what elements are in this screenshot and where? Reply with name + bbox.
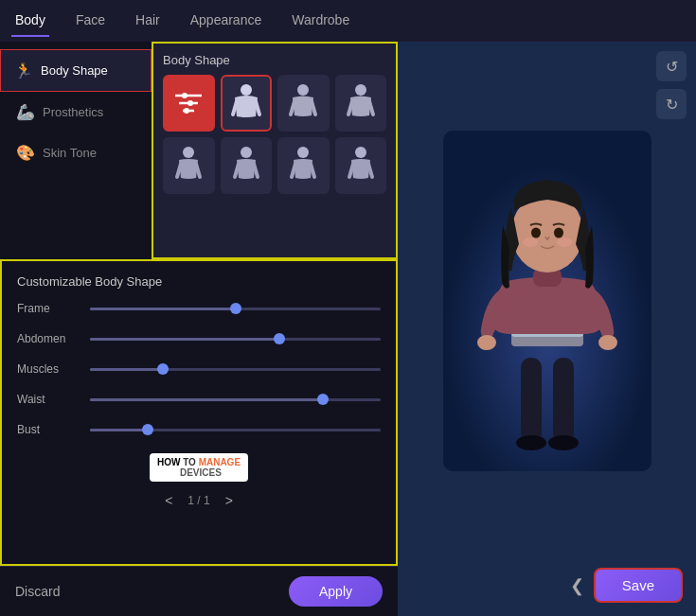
svg-point-9: [297, 84, 309, 96]
tab-wardrobe[interactable]: Wardrobe: [288, 5, 353, 37]
watermark-box: HOW TO MANAGE DEVICES: [150, 453, 248, 482]
character-svg: [443, 131, 651, 471]
app-container: Body Face Hair Appearance Wardrobe 🏃 Bod…: [0, 0, 696, 616]
shape-filter-btn[interactable]: [163, 75, 215, 132]
svg-point-18: [241, 147, 252, 158]
sidebar-item-body-shape[interactable]: 🏃 Body Shape: [0, 49, 152, 92]
svg-line-10: [291, 101, 294, 114]
watermark: HOW TO MANAGE DEVICES: [17, 453, 381, 482]
tab-body[interactable]: Body: [11, 5, 49, 37]
svg-line-17: [196, 164, 200, 177]
slider-label-bust: Bust: [17, 423, 79, 436]
left-panel: 🏃 Body Shape 🦾 Prosthetics 🎨 Skin Tone B…: [0, 42, 398, 616]
svg-line-13: [348, 101, 352, 114]
body-shape-5-icon: [171, 145, 205, 186]
shape-item-6[interactable]: [221, 137, 273, 194]
slider-row-frame: Frame: [17, 302, 381, 315]
svg-point-35: [598, 335, 617, 350]
shape-item-8[interactable]: [335, 137, 387, 194]
sidebar: 🏃 Body Shape 🦾 Prosthetics 🎨 Skin Tone: [0, 42, 152, 259]
svg-line-19: [235, 164, 239, 177]
top-navigation: Body Face Hair Appearance Wardrobe: [0, 0, 696, 42]
shape-item-3[interactable]: [277, 75, 330, 132]
svg-point-5: [184, 108, 189, 114]
watermark-manage: MANAGE: [199, 457, 241, 467]
body-shape-icon: 🏃: [14, 62, 33, 79]
shape-item-4[interactable]: [335, 75, 387, 132]
body-shape-2-icon: [229, 82, 263, 124]
svg-line-20: [254, 164, 258, 177]
slider-row-bust: Bust: [17, 423, 381, 436]
slider-track-abdomen[interactable]: [90, 338, 381, 341]
slider-row-muscles: Muscles: [17, 362, 381, 376]
svg-point-31: [548, 435, 579, 450]
shape-item-2[interactable]: [221, 75, 273, 132]
slider-label-muscles: Muscles: [17, 362, 79, 376]
right-panel: ↺ ↻: [398, 42, 696, 616]
body-shape-7-icon: [286, 145, 320, 186]
sidebar-item-body-shape-label: Body Shape: [41, 63, 108, 78]
pagination: < 1 / 1 >: [17, 487, 381, 514]
sidebar-item-prosthetics[interactable]: 🦾 Prosthetics: [0, 92, 152, 132]
svg-line-26: [368, 164, 372, 177]
svg-point-12: [355, 84, 366, 96]
svg-point-4: [187, 100, 193, 106]
customize-title: Customizable Body Shape: [17, 274, 381, 289]
svg-point-41: [523, 238, 538, 247]
svg-point-42: [557, 238, 572, 247]
bottom-bar: Discard Apply: [0, 566, 398, 616]
svg-point-3: [182, 93, 187, 98]
slider-label-waist: Waist: [17, 393, 79, 406]
svg-point-15: [183, 147, 194, 158]
body-shape-4-icon: [344, 82, 378, 124]
sidebar-item-prosthetics-label: Prosthetics: [43, 105, 103, 119]
content-area: 🏃 Body Shape 🦾 Prosthetics 🎨 Skin Tone B…: [0, 42, 696, 616]
slider-track-frame[interactable]: [90, 308, 381, 310]
slider-track-waist[interactable]: [90, 398, 381, 401]
svg-rect-29: [553, 358, 574, 443]
slider-row-abdomen: Abdomen: [17, 332, 381, 345]
svg-point-30: [516, 435, 546, 450]
skin-tone-icon: 🎨: [16, 144, 35, 162]
tab-face[interactable]: Face: [72, 5, 109, 37]
discard-button[interactable]: Discard: [15, 584, 60, 599]
slider-label-abdomen: Abdomen: [17, 332, 79, 345]
body-shape-8-icon: [344, 145, 378, 186]
svg-line-14: [369, 101, 373, 114]
tab-appearance[interactable]: Appearance: [187, 5, 266, 37]
prosthetics-icon: 🦾: [16, 103, 35, 121]
shape-item-5[interactable]: [163, 137, 215, 194]
svg-point-24: [355, 147, 366, 158]
expand-icon[interactable]: ❮: [570, 575, 584, 596]
svg-line-8: [256, 101, 259, 114]
svg-line-23: [311, 164, 314, 177]
svg-point-40: [554, 228, 563, 238]
shape-item-7[interactable]: [277, 137, 330, 194]
body-shape-panel: Body Shape: [152, 42, 398, 259]
slider-track-bust[interactable]: [90, 429, 381, 431]
slider-track-muscles[interactable]: [90, 368, 381, 371]
svg-point-39: [531, 228, 541, 238]
body-shape-6-icon: [229, 145, 263, 186]
svg-point-34: [477, 335, 496, 350]
customize-panel: Customizable Body Shape Frame Abdomen: [0, 259, 398, 566]
pagination-prev[interactable]: <: [165, 493, 172, 508]
apply-button[interactable]: Apply: [289, 576, 383, 607]
svg-line-25: [349, 164, 353, 177]
filter-icon: [171, 82, 205, 124]
shape-grid: [163, 75, 386, 194]
top-section: 🏃 Body Shape 🦾 Prosthetics 🎨 Skin Tone B…: [0, 42, 398, 259]
save-button[interactable]: Save: [594, 568, 683, 603]
tab-hair[interactable]: Hair: [132, 5, 164, 37]
svg-point-21: [297, 147, 309, 158]
svg-line-7: [233, 101, 237, 114]
save-area: ❮ Save: [398, 560, 696, 616]
character-display: [398, 42, 696, 560]
body-shape-3-icon: [286, 82, 320, 124]
svg-line-22: [292, 164, 295, 177]
pagination-next[interactable]: >: [225, 493, 233, 508]
svg-rect-28: [521, 358, 542, 443]
sidebar-item-skin-tone[interactable]: 🎨 Skin Tone: [0, 132, 152, 173]
svg-line-11: [312, 101, 315, 114]
slider-row-waist: Waist: [17, 393, 381, 406]
